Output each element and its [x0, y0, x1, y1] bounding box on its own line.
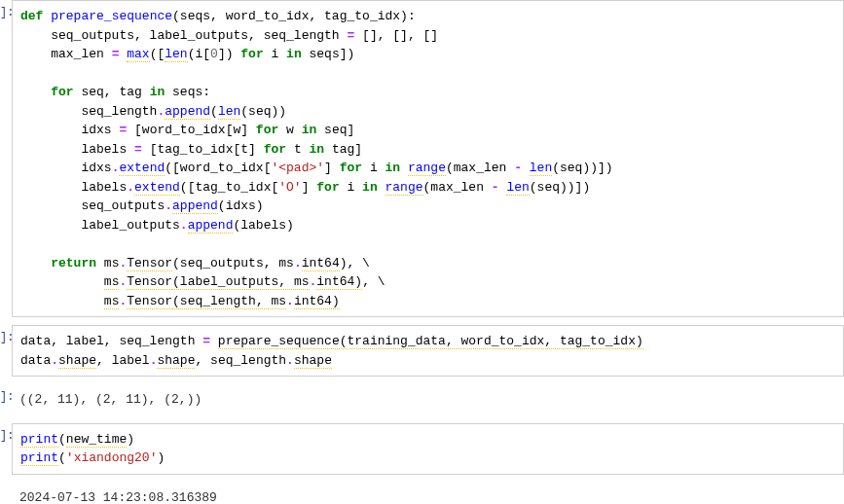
code-body[interactable]: data, label, seq_length = prepare_sequen… [12, 325, 844, 377]
output-content: 2024-07-13 14:23:08.316389 xiandong20 [19, 488, 836, 505]
code-content: print(new_time) print('xiandong20') [20, 430, 835, 468]
cell-prompt: ]: [0, 423, 12, 475]
cell-prompt [0, 483, 12, 505]
cell-prompt: ]: [0, 0, 12, 317]
code-body[interactable]: def prepare_sequence(seqs, word_to_idx, … [12, 0, 844, 317]
code-cell: ]:def prepare_sequence(seqs, word_to_idx… [0, 0, 844, 317]
code-content: def prepare_sequence(seqs, word_to_idx, … [20, 7, 835, 310]
code-body[interactable]: print(new_time) print('xiandong20') [12, 423, 844, 475]
output-content: ((2, 11), (2, 11), (2,)) [19, 390, 836, 410]
code-cell: ]:data, label, seq_length = prepare_sequ… [0, 325, 844, 377]
cell-prompt: ]: [0, 384, 12, 415]
output-cell: 2024-07-13 14:23:08.316389 xiandong20 [0, 483, 844, 505]
output-cell: ]:((2, 11), (2, 11), (2,)) [0, 384, 844, 415]
code-content: data, label, seq_length = prepare_sequen… [20, 332, 835, 370]
output-body: ((2, 11), (2, 11), (2,)) [12, 384, 844, 415]
cell-prompt: ]: [0, 325, 12, 377]
output-body: 2024-07-13 14:23:08.316389 xiandong20 [12, 483, 844, 505]
code-cell: ]:print(new_time) print('xiandong20') [0, 423, 844, 475]
